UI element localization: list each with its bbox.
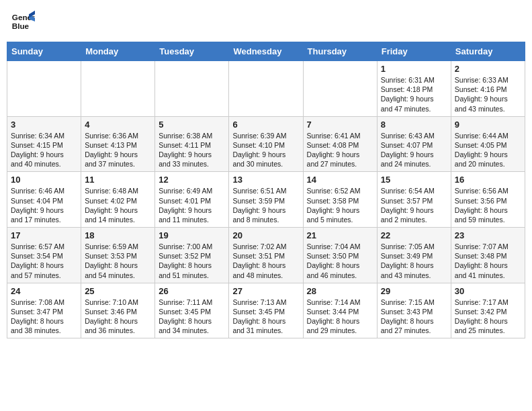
day-number: 17 [11,230,77,240]
day-number: 7 [307,120,373,130]
day-info: Sunrise: 6:54 AM Sunset: 3:57 PM Dayligh… [381,186,447,224]
calendar-cell: 15Sunrise: 6:54 AM Sunset: 3:57 PM Dayli… [377,172,451,228]
calendar-cell: 4Sunrise: 6:36 AM Sunset: 4:13 PM Daylig… [81,116,155,172]
calendar-cell: 24Sunrise: 7:08 AM Sunset: 3:47 PM Dayli… [7,283,81,338]
day-info: Sunrise: 6:46 AM Sunset: 4:04 PM Dayligh… [11,186,77,224]
day-info: Sunrise: 7:17 AM Sunset: 3:42 PM Dayligh… [455,298,521,336]
header: General Blue [7,7,525,36]
day-number: 10 [11,175,77,185]
calendar-cell: 7Sunrise: 6:41 AM Sunset: 4:08 PM Daylig… [303,116,377,172]
day-number: 25 [85,286,151,296]
day-number: 29 [381,286,447,296]
day-info: Sunrise: 6:33 AM Sunset: 4:16 PM Dayligh… [455,75,521,113]
day-info: Sunrise: 7:10 AM Sunset: 3:46 PM Dayligh… [85,298,151,336]
day-number: 26 [159,286,225,296]
day-number: 22 [381,230,447,240]
day-number: 30 [455,286,521,296]
calendar-cell: 16Sunrise: 6:56 AM Sunset: 3:56 PM Dayli… [451,172,525,228]
day-info: Sunrise: 6:51 AM Sunset: 3:59 PM Dayligh… [232,186,299,224]
day-info: Sunrise: 6:36 AM Sunset: 4:13 PM Dayligh… [85,131,151,169]
week-row-1: 1Sunrise: 6:31 AM Sunset: 4:18 PM Daylig… [7,61,525,117]
day-number: 23 [455,230,521,240]
calendar-cell: 22Sunrise: 7:05 AM Sunset: 3:49 PM Dayli… [377,228,451,283]
calendar-cell: 18Sunrise: 6:59 AM Sunset: 3:53 PM Dayli… [81,228,155,283]
day-header-saturday: Saturday [451,42,525,61]
week-row-3: 10Sunrise: 6:46 AM Sunset: 4:04 PM Dayli… [7,172,525,228]
day-number: 5 [159,120,225,130]
calendar-cell: 29Sunrise: 7:15 AM Sunset: 3:43 PM Dayli… [377,283,451,338]
day-info: Sunrise: 7:13 AM Sunset: 3:45 PM Dayligh… [232,298,299,336]
day-number: 16 [455,175,521,185]
day-number: 15 [381,175,447,185]
day-number: 24 [11,286,77,296]
calendar-cell [155,61,229,117]
calendar-cell [81,61,155,117]
day-header-thursday: Thursday [303,42,377,61]
calendar-cell: 25Sunrise: 7:10 AM Sunset: 3:46 PM Dayli… [81,283,155,338]
calendar-cell: 20Sunrise: 7:02 AM Sunset: 3:51 PM Dayli… [229,228,303,283]
day-header-friday: Friday [377,42,451,61]
day-number: 2 [455,64,521,74]
day-info: Sunrise: 6:34 AM Sunset: 4:15 PM Dayligh… [11,131,77,169]
calendar-cell: 26Sunrise: 7:11 AM Sunset: 3:45 PM Dayli… [155,283,229,338]
header-row: SundayMondayTuesdayWednesdayThursdayFrid… [7,42,525,61]
day-info: Sunrise: 6:39 AM Sunset: 4:10 PM Dayligh… [232,131,299,169]
logo: General Blue [11,9,38,34]
day-info: Sunrise: 6:48 AM Sunset: 4:02 PM Dayligh… [85,186,151,224]
day-number: 3 [11,120,77,130]
day-number: 4 [85,120,151,130]
day-number: 6 [232,120,299,130]
calendar-cell: 3Sunrise: 6:34 AM Sunset: 4:15 PM Daylig… [7,116,81,172]
calendar-cell: 6Sunrise: 6:39 AM Sunset: 4:10 PM Daylig… [229,116,303,172]
day-header-sunday: Sunday [7,42,81,61]
day-number: 13 [232,175,299,185]
day-info: Sunrise: 6:43 AM Sunset: 4:07 PM Dayligh… [381,131,447,169]
calendar-cell: 2Sunrise: 6:33 AM Sunset: 4:16 PM Daylig… [451,61,525,117]
day-number: 14 [307,175,373,185]
day-info: Sunrise: 6:41 AM Sunset: 4:08 PM Dayligh… [307,131,373,169]
calendar-cell: 1Sunrise: 6:31 AM Sunset: 4:18 PM Daylig… [377,61,451,117]
day-header-tuesday: Tuesday [155,42,229,61]
week-row-2: 3Sunrise: 6:34 AM Sunset: 4:15 PM Daylig… [7,116,525,172]
day-info: Sunrise: 6:56 AM Sunset: 3:56 PM Dayligh… [455,186,521,224]
calendar-cell [229,61,303,117]
day-number: 1 [381,64,447,74]
calendar-cell: 21Sunrise: 7:04 AM Sunset: 3:50 PM Dayli… [303,228,377,283]
calendar-cell: 23Sunrise: 7:07 AM Sunset: 3:48 PM Dayli… [451,228,525,283]
calendar-cell [7,61,81,117]
day-info: Sunrise: 6:59 AM Sunset: 3:53 PM Dayligh… [85,242,151,280]
calendar-cell: 28Sunrise: 7:14 AM Sunset: 3:44 PM Dayli… [303,283,377,338]
calendar-cell: 13Sunrise: 6:51 AM Sunset: 3:59 PM Dayli… [229,172,303,228]
day-info: Sunrise: 7:07 AM Sunset: 3:48 PM Dayligh… [455,242,521,280]
day-info: Sunrise: 6:31 AM Sunset: 4:18 PM Dayligh… [381,75,447,113]
calendar-cell: 10Sunrise: 6:46 AM Sunset: 4:04 PM Dayli… [7,172,81,228]
calendar-cell: 8Sunrise: 6:43 AM Sunset: 4:07 PM Daylig… [377,116,451,172]
day-number: 8 [381,120,447,130]
calendar-cell: 9Sunrise: 6:44 AM Sunset: 4:05 PM Daylig… [451,116,525,172]
day-info: Sunrise: 7:04 AM Sunset: 3:50 PM Dayligh… [307,242,373,280]
day-number: 27 [232,286,299,296]
day-number: 28 [307,286,373,296]
logo-icon: General Blue [11,9,35,34]
day-info: Sunrise: 6:52 AM Sunset: 3:58 PM Dayligh… [307,186,373,224]
calendar-cell: 27Sunrise: 7:13 AM Sunset: 3:45 PM Dayli… [229,283,303,338]
week-row-4: 17Sunrise: 6:57 AM Sunset: 3:54 PM Dayli… [7,228,525,283]
day-info: Sunrise: 7:11 AM Sunset: 3:45 PM Dayligh… [159,298,225,336]
day-number: 19 [159,230,225,240]
day-info: Sunrise: 6:44 AM Sunset: 4:05 PM Dayligh… [455,131,521,169]
calendar-cell: 19Sunrise: 7:00 AM Sunset: 3:52 PM Dayli… [155,228,229,283]
week-row-5: 24Sunrise: 7:08 AM Sunset: 3:47 PM Dayli… [7,283,525,338]
day-info: Sunrise: 6:57 AM Sunset: 3:54 PM Dayligh… [11,242,77,280]
day-info: Sunrise: 6:49 AM Sunset: 4:01 PM Dayligh… [159,186,225,224]
day-header-wednesday: Wednesday [229,42,303,61]
day-number: 9 [455,120,521,130]
calendar: SundayMondayTuesdayWednesdayThursdayFrid… [7,42,525,338]
day-number: 18 [85,230,151,240]
calendar-cell: 17Sunrise: 6:57 AM Sunset: 3:54 PM Dayli… [7,228,81,283]
svg-text:Blue: Blue [12,21,30,30]
day-info: Sunrise: 7:05 AM Sunset: 3:49 PM Dayligh… [381,242,447,280]
day-number: 20 [232,230,299,240]
day-number: 21 [307,230,373,240]
day-info: Sunrise: 7:02 AM Sunset: 3:51 PM Dayligh… [232,242,299,280]
day-info: Sunrise: 7:14 AM Sunset: 3:44 PM Dayligh… [307,298,373,336]
